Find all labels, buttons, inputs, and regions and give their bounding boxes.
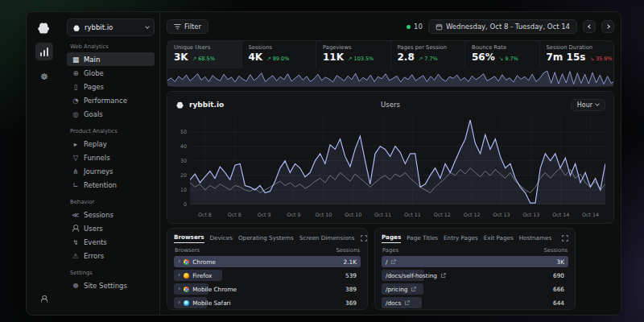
stat-line: 4K↗ 89.0% bbox=[249, 52, 310, 63]
x-tick-label: Oct 10 bbox=[345, 212, 361, 217]
chevron-right-icon: › bbox=[178, 272, 180, 279]
sidebar-item-journeys[interactable]: ⋔Journeys bbox=[67, 164, 155, 178]
tab-operating-systems[interactable]: Operating Systems bbox=[238, 234, 294, 243]
x-tick-label: Oct 9 bbox=[287, 212, 301, 217]
stat-change: ↘ 9.7% bbox=[499, 56, 518, 62]
row-label: / bbox=[386, 258, 387, 266]
sidebar-item-label: Pages bbox=[84, 83, 104, 91]
x-tick-label: Oct 10 bbox=[315, 212, 332, 217]
stat-tile-unique-users[interactable]: Unique Users3K↗ 68.5% bbox=[167, 41, 242, 68]
x-tick-label: Oct 8 bbox=[228, 212, 242, 217]
stat-tile-pageviews[interactable]: Pageviews11K↗ 103.5% bbox=[316, 41, 390, 68]
sidebar-item-performance[interactable]: ◔Performance bbox=[67, 93, 155, 107]
filter-button[interactable]: Filter bbox=[167, 19, 208, 34]
journeys-icon: ⋔ bbox=[72, 167, 80, 175]
sidebar-item-funnels[interactable]: ▽Funnels bbox=[67, 151, 155, 164]
column-header: Browsers bbox=[175, 247, 200, 254]
stat-change: ↗ 7.7% bbox=[419, 56, 438, 62]
interval-select[interactable]: Hour bbox=[571, 99, 605, 111]
table-row[interactable]: ›Mobile Safari369 bbox=[174, 297, 361, 308]
sidebar-item-pages[interactable]: ▯Pages bbox=[67, 80, 155, 93]
external-link-icon[interactable] bbox=[440, 273, 446, 279]
tab-entry-pages[interactable]: Entry Pages bbox=[444, 234, 478, 243]
stat-tile-bounce-rate[interactable]: Bounce Rate56%↘ 9.7% bbox=[464, 41, 539, 68]
target-icon: ◎ bbox=[72, 110, 80, 118]
next-period-button[interactable] bbox=[601, 20, 614, 33]
stat-line: 11K↗ 103.5% bbox=[323, 52, 384, 63]
external-link-icon[interactable] bbox=[404, 300, 410, 306]
table-row[interactable]: /pricing666 bbox=[382, 283, 568, 295]
sidebar-item-label: Main bbox=[84, 56, 100, 64]
expand-button[interactable] bbox=[562, 235, 568, 242]
row-value: 539 bbox=[345, 272, 357, 279]
sidebar-item-goals[interactable]: ◎Goals bbox=[67, 107, 155, 121]
table-row[interactable]: ›Firefox539 bbox=[174, 270, 361, 281]
sidebar-item-globe[interactable]: ⊕Globe bbox=[67, 66, 155, 80]
prev-period-button[interactable] bbox=[583, 20, 596, 33]
main-content: Filter 10 Wednesday, Oct 8 - Tuesday, Oc… bbox=[160, 12, 621, 315]
sidebar-item-replay[interactable]: ▸Replay bbox=[67, 137, 155, 151]
tab-browsers[interactable]: Browsers bbox=[174, 233, 204, 243]
overview-sparkline bbox=[167, 68, 613, 86]
date-range-button[interactable]: Wednesday, Oct 8 - Tuesday, Oct 14 bbox=[428, 19, 577, 34]
sidebar-item-label: Errors bbox=[84, 252, 104, 260]
sidebar-item-errors[interactable]: ⚠Errors bbox=[67, 249, 155, 262]
tab-page-titles[interactable]: Page Titles bbox=[407, 234, 438, 243]
account-rail-button[interactable] bbox=[35, 290, 53, 308]
gear-icon: ☸ bbox=[40, 72, 48, 82]
sidebar-item-sessions[interactable]: ≪Sessions bbox=[67, 208, 155, 221]
y-tick-label: 50 bbox=[180, 129, 187, 134]
external-link-icon[interactable] bbox=[390, 259, 396, 265]
column-header: Sessions bbox=[544, 247, 568, 254]
tab-exit-pages[interactable]: Exit Pages bbox=[484, 234, 514, 243]
chart-metric-label: Users bbox=[381, 101, 400, 109]
calendar-icon bbox=[436, 23, 443, 31]
stat-value: 56% bbox=[472, 52, 495, 63]
live-users-indicator[interactable]: 10 bbox=[407, 23, 423, 31]
tab-hostnames[interactable]: Hostnames bbox=[519, 234, 552, 243]
funnel-icon: ▽ bbox=[72, 154, 80, 162]
table-row[interactable]: /3K bbox=[382, 256, 568, 267]
grid-icon: ▦ bbox=[72, 56, 80, 64]
table-row[interactable]: /docs644 bbox=[382, 297, 568, 308]
warning-icon: ⚠ bbox=[72, 252, 80, 260]
panel-tabs: BrowsersDevicesOperating SystemsScreen D… bbox=[174, 233, 361, 243]
stat-label: Sessions bbox=[249, 44, 310, 51]
sidebar-item-main[interactable]: ▦Main bbox=[67, 52, 155, 66]
x-axis: Oct 8Oct 8Oct 9Oct 9Oct 10Oct 10Oct 11Oc… bbox=[190, 211, 605, 220]
x-tick-label: Oct 12 bbox=[464, 212, 481, 217]
sidebar-item-events[interactable]: ↯Events bbox=[67, 235, 155, 249]
sidebar-item-users[interactable]: Users bbox=[67, 221, 155, 235]
analytics-rail-button[interactable] bbox=[35, 43, 53, 60]
sidebar-item-label: Journeys bbox=[84, 167, 114, 175]
table-row[interactable]: ›Mobile Chrome389 bbox=[174, 283, 361, 295]
sidebar-nav: Web Analytics▦Main⊕Globe▯Pages◔Performan… bbox=[67, 36, 155, 292]
stat-line: 56%↘ 9.7% bbox=[472, 52, 533, 63]
stat-tile-sessions[interactable]: Sessions4K↗ 89.0% bbox=[242, 41, 316, 68]
sidebar-item-site-settings[interactable]: ☸Site Settings bbox=[67, 279, 155, 292]
external-link-icon[interactable] bbox=[411, 287, 416, 292]
sidebar-item-retention[interactable]: ∟Retention bbox=[67, 178, 155, 192]
stat-label: Pages per Session bbox=[398, 44, 459, 51]
workspace-selector[interactable]: rybbit.io bbox=[67, 19, 155, 36]
stat-value: 2.8 bbox=[398, 52, 415, 63]
tab-devices[interactable]: Devices bbox=[210, 234, 233, 243]
tab-pages[interactable]: Pages bbox=[382, 233, 401, 243]
row-label: Mobile Chrome bbox=[192, 286, 237, 293]
table-row[interactable]: /docs/self-hosting690 bbox=[382, 270, 568, 281]
table-row[interactable]: ›Chrome2.1K bbox=[174, 256, 361, 267]
x-tick-label: Oct 12 bbox=[434, 212, 451, 217]
filter-button-label: Filter bbox=[184, 23, 201, 31]
gear-icon: ☸ bbox=[72, 282, 80, 290]
chevron-down-icon bbox=[595, 101, 600, 106]
settings-rail-button[interactable]: ☸ bbox=[35, 68, 53, 85]
y-axis: 01020304050 bbox=[175, 114, 190, 211]
rybbit-logo-icon bbox=[72, 23, 81, 32]
tab-screen-dimensions[interactable]: Screen Dimensions bbox=[299, 234, 355, 243]
stat-tile-session-duration[interactable]: Session Duration7m 15s↘ 35.9% bbox=[539, 41, 614, 68]
stat-tile-pages-per-session[interactable]: Pages per Session2.8↗ 7.7% bbox=[390, 41, 465, 68]
expand-button[interactable] bbox=[361, 235, 367, 242]
section-label-web-analytics: Web Analytics bbox=[70, 43, 151, 50]
stat-value: 4K bbox=[249, 52, 263, 63]
chrome-icon bbox=[184, 287, 189, 292]
